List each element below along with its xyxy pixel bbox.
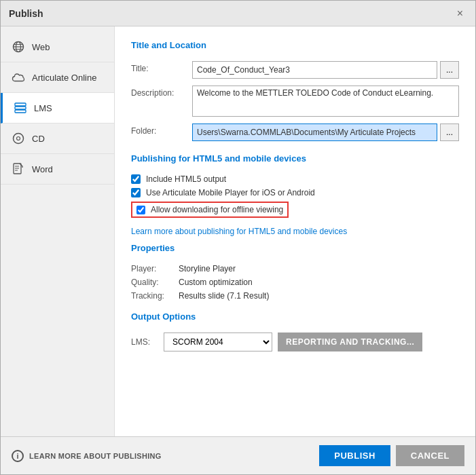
title-input[interactable]: [192, 61, 437, 79]
checkbox-row-html5: Include HTML5 output: [131, 174, 459, 184]
title-row: Title: ...: [131, 61, 459, 79]
doc-icon: [12, 162, 25, 176]
mobile-player-checkbox[interactable]: [131, 188, 141, 197]
folder-label: Folder:: [131, 124, 192, 136]
mobile-player-label: Use Articulate Mobile Player for iOS or …: [146, 188, 315, 197]
quality-value: Custom optimization: [179, 278, 253, 287]
lms-label: LMS:: [131, 337, 158, 347]
sidebar-web-label: Web: [32, 42, 50, 52]
title-browse-button[interactable]: ...: [440, 61, 459, 79]
svg-rect-7: [15, 103, 26, 106]
quality-label: Quality:: [131, 278, 179, 287]
description-input[interactable]: Welcome to the METTLER TOLEDO Code of Co…: [192, 86, 459, 117]
reporting-tracking-button[interactable]: REPORTING AND TRACKING...: [278, 332, 422, 352]
sidebar-item-word[interactable]: Word: [1, 154, 114, 185]
svg-rect-5: [15, 110, 26, 113]
folder-input[interactable]: [192, 124, 437, 141]
svg-point-9: [17, 137, 20, 140]
svg-rect-6: [15, 107, 26, 109]
player-row: Player: Storyline Player: [131, 264, 459, 273]
properties-section: Properties Player: Storyline Player Qual…: [131, 243, 459, 301]
description-row: Description: Welcome to the METTLER TOLE…: [131, 86, 459, 117]
quality-row: Quality: Custom optimization: [131, 278, 459, 287]
footer-right: PUBLISH CANCEL: [319, 445, 464, 466]
description-label: Description:: [131, 86, 192, 98]
folder-browse-button[interactable]: ...: [440, 124, 459, 141]
content-area: Title and Location Title: ... Descriptio…: [115, 26, 475, 436]
learn-more-link[interactable]: Learn more about publishing for HTML5 an…: [131, 227, 347, 236]
folder-row: Folder: ...: [131, 124, 459, 141]
include-html5-label: Include HTML5 output: [146, 174, 226, 184]
output-section: Output Options LMS: SCORM 1.2 SCORM 2004…: [131, 311, 459, 352]
globe-icon: [12, 40, 25, 54]
sidebar-item-lms[interactable]: LMS: [1, 93, 114, 124]
layers-icon: [14, 101, 27, 115]
disc-icon: [12, 132, 25, 145]
offline-viewing-checkbox[interactable]: [136, 206, 145, 214]
close-button[interactable]: ×: [453, 7, 467, 20]
sidebar-item-articulate-online[interactable]: Articulate Online: [1, 62, 114, 93]
main-content: Web Articulate Online: [1, 26, 475, 436]
tracking-value: Results slide (7.1 Result): [179, 291, 269, 301]
checkbox-row-mobile-player: Use Articulate Mobile Player for iOS or …: [131, 188, 459, 197]
publish-button[interactable]: PUBLISH: [319, 445, 390, 466]
properties-heading: Properties: [131, 243, 459, 256]
offline-checkbox-row: Allow downloading for offline viewing: [131, 202, 289, 218]
offline-checkbox-container: Allow downloading for offline viewing: [131, 202, 459, 222]
title-location-heading: Title and Location: [131, 40, 459, 53]
mobile-section: Publishing for HTML5 and mobile devices …: [131, 153, 459, 236]
cloud-icon: [12, 71, 25, 84]
sidebar-item-web[interactable]: Web: [1, 32, 114, 62]
output-heading: Output Options: [131, 311, 459, 324]
sidebar-articulate-label: Articulate Online: [32, 73, 96, 83]
publish-dialog: Publish × Web: [0, 0, 476, 475]
learn-more-publishing-link[interactable]: LEARN MORE ABOUT PUBLISHING: [29, 452, 162, 460]
cancel-button[interactable]: CANCEL: [396, 445, 464, 466]
tracking-row: Tracking: Results slide (7.1 Result): [131, 291, 459, 301]
player-label: Player:: [131, 264, 179, 273]
sidebar-item-cd[interactable]: CD: [1, 124, 114, 154]
mobile-section-heading: Publishing for HTML5 and mobile devices: [131, 153, 459, 166]
dialog-title: Publish: [9, 8, 43, 19]
player-value: Storyline Player: [179, 264, 236, 273]
title-label: Title:: [131, 61, 192, 73]
info-icon: i: [12, 450, 24, 462]
sidebar-cd-label: CD: [32, 134, 45, 144]
title-bar: Publish ×: [1, 1, 475, 26]
footer-left: i LEARN MORE ABOUT PUBLISHING: [12, 450, 162, 462]
lms-row: LMS: SCORM 1.2 SCORM 2004 AICC Tin Can A…: [131, 332, 459, 352]
sidebar: Web Articulate Online: [1, 26, 115, 436]
offline-viewing-label: Allow downloading for offline viewing: [151, 205, 283, 214]
sidebar-lms-label: LMS: [34, 103, 52, 113]
lms-select[interactable]: SCORM 1.2 SCORM 2004 AICC Tin Can API: [164, 332, 272, 352]
include-html5-checkbox[interactable]: [131, 174, 141, 184]
footer: i LEARN MORE ABOUT PUBLISHING PUBLISH CA…: [1, 436, 475, 474]
tracking-label: Tracking:: [131, 291, 179, 301]
sidebar-word-label: Word: [32, 164, 53, 174]
svg-point-8: [14, 134, 24, 144]
